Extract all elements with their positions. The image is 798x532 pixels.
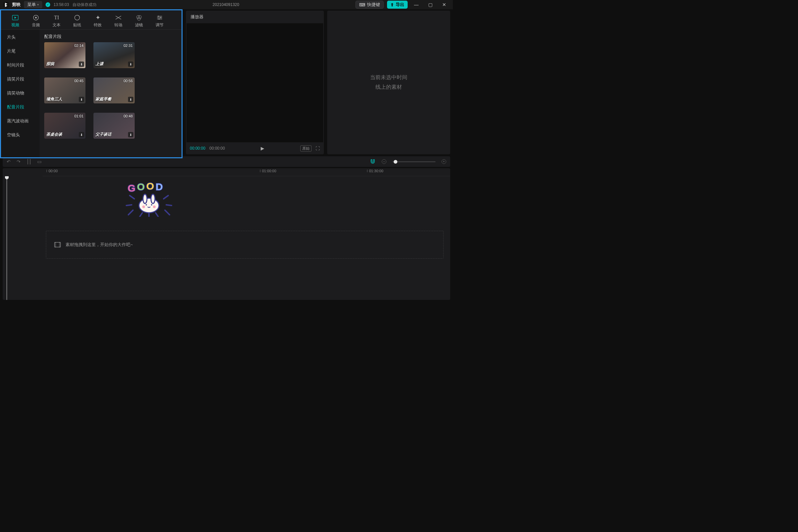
- library-category-list: 片头 片尾 时间片段 搞笑片段 搞笑动物 配音片段 蒸汽波动画 空镜头: [1, 30, 40, 157]
- dropzone-hint: 素材拖拽到这里，开始你的大作吧~: [65, 242, 133, 248]
- svg-text:G: G: [128, 183, 135, 193]
- clip-thumbnail[interactable]: 01:01 茶桌会谈 ⬇: [44, 113, 86, 139]
- svg-line-13: [165, 210, 170, 215]
- category-item[interactable]: 搞笑片段: [1, 72, 40, 86]
- film-icon: [54, 242, 61, 247]
- category-item[interactable]: 搞笑动物: [1, 86, 40, 100]
- timeline-ruler[interactable]: 00:00 01:00:00 01:30:00: [42, 168, 450, 176]
- svg-text:D: D: [156, 181, 163, 192]
- player-viewport[interactable]: [187, 23, 323, 142]
- autosave-check-icon: ✓: [45, 2, 50, 7]
- download-icon[interactable]: ⬇: [128, 132, 133, 137]
- library-clip-grid: 配音片段 02:14 探病 ⬇ 02:31 上课 ⬇ 00:45 墙角三人: [40, 30, 182, 157]
- svg-point-20: [143, 194, 147, 204]
- filter-icon: [129, 14, 149, 22]
- clip-thumbnail[interactable]: 00:56 家庭早餐 ⬇: [93, 77, 135, 103]
- playhead[interactable]: [7, 176, 7, 300]
- clip-duration: 02:14: [74, 43, 83, 48]
- download-icon[interactable]: ⬇: [128, 61, 133, 67]
- zoom-thumb[interactable]: [394, 160, 397, 164]
- undo-button[interactable]: ↶: [7, 159, 11, 164]
- time-total: 00:00:00: [209, 146, 225, 151]
- titlebar: 剪映 菜单 ▾ ✓ 13:58:03 自动保存成功 202104091320 ⌨…: [0, 0, 453, 9]
- category-item-active[interactable]: 配音片段: [1, 100, 40, 114]
- tab-sticker[interactable]: 贴纸: [67, 12, 88, 29]
- split-button[interactable]: ⎮⎮: [26, 159, 31, 164]
- text-icon: TI: [46, 14, 67, 22]
- svg-point-22: [146, 204, 147, 206]
- chevron-down-icon: ▾: [37, 3, 39, 6]
- export-button[interactable]: ⬆ 导出: [387, 1, 407, 8]
- timeline-tracks[interactable]: G O O D 素材拖拽到这里，开始你的大作吧~: [3, 176, 450, 300]
- app-logo-icon: [3, 2, 8, 7]
- download-icon[interactable]: ⬇: [79, 61, 84, 67]
- project-name: 202104091320: [100, 2, 352, 7]
- good-sticker-overlay: G O O D: [126, 180, 172, 217]
- svg-point-21: [151, 194, 155, 204]
- redo-button[interactable]: ↷: [17, 159, 21, 164]
- download-icon[interactable]: ⬇: [79, 97, 84, 102]
- clip-thumbnail[interactable]: 02:31 上课 ⬇: [93, 42, 135, 68]
- clip-thumbnail[interactable]: 02:14 探病 ⬇: [44, 42, 86, 68]
- adjust-icon: [149, 14, 170, 22]
- tab-adjust[interactable]: 调节: [149, 12, 170, 29]
- clip-caption: 探病: [46, 61, 54, 67]
- tab-effect[interactable]: ✦ 特效: [88, 12, 108, 29]
- sticker-icon: [67, 14, 88, 22]
- menu-button[interactable]: 菜单 ▾: [24, 1, 42, 8]
- svg-point-7: [158, 16, 159, 17]
- timeline-dropzone[interactable]: 素材拖拽到这里，开始你的大作吧~: [46, 231, 443, 259]
- svg-line-14: [166, 205, 172, 206]
- minimize-button[interactable]: —: [411, 2, 422, 7]
- zoom-slider[interactable]: [392, 161, 436, 162]
- zoom-out-button[interactable]: –: [382, 159, 386, 164]
- maximize-button[interactable]: ▢: [425, 2, 436, 7]
- menu-label: 菜单: [27, 2, 36, 8]
- svg-line-18: [156, 213, 158, 217]
- svg-point-24: [142, 206, 145, 208]
- svg-text:O: O: [146, 180, 154, 191]
- clip-duration: 01:01: [74, 114, 83, 118]
- category-item[interactable]: 蒸汽波动画: [1, 114, 40, 128]
- svg-point-23: [151, 204, 152, 206]
- magnet-toggle-icon[interactable]: [370, 159, 376, 164]
- clip-thumbnail[interactable]: 00:45 墙角三人 ⬇: [44, 77, 86, 103]
- zoom-in-button[interactable]: +: [441, 159, 446, 164]
- ruler-mark: 00:00: [49, 169, 58, 173]
- close-button[interactable]: ✕: [439, 2, 450, 7]
- clip-thumbnail[interactable]: 00:48 父子谈话 ⬇: [93, 113, 135, 139]
- library-tabs: 视频 音频 TI 文本 贴纸 ✦ 特效 转场: [1, 10, 182, 29]
- tab-filter[interactable]: 滤镜: [129, 12, 149, 29]
- effect-icon: ✦: [88, 14, 108, 22]
- svg-point-9: [158, 19, 159, 20]
- inspector-empty-text: 当前未选中时间 线上的素材: [370, 73, 407, 92]
- svg-point-25: [153, 206, 156, 208]
- clip-caption: 家庭早餐: [95, 96, 111, 102]
- download-icon[interactable]: ⬇: [79, 132, 84, 137]
- category-item[interactable]: 时间片段: [1, 58, 40, 72]
- download-icon[interactable]: ⬇: [128, 97, 133, 102]
- inspector-panel: 当前未选中时间 线上的素材: [327, 11, 450, 154]
- svg-text:O: O: [137, 181, 145, 192]
- delete-button[interactable]: ▭: [37, 159, 41, 164]
- section-title: 配音片段: [44, 34, 177, 40]
- svg-line-10: [128, 210, 133, 215]
- category-item[interactable]: 片头: [1, 30, 40, 44]
- category-item[interactable]: 空镜头: [1, 128, 40, 142]
- tab-text[interactable]: TI 文本: [46, 12, 67, 29]
- original-ratio-button[interactable]: 原始: [300, 145, 311, 152]
- clip-caption: 父子谈话: [95, 132, 111, 137]
- clip-duration: 00:45: [74, 79, 83, 83]
- export-icon: ⬆: [391, 2, 394, 7]
- clip-caption: 上课: [95, 61, 103, 67]
- svg-rect-30: [55, 242, 60, 247]
- tab-audio[interactable]: 音频: [25, 12, 46, 29]
- fullscreen-icon[interactable]: ⛶: [316, 146, 320, 151]
- tab-video[interactable]: 视频: [5, 12, 25, 29]
- play-button[interactable]: ▶: [261, 146, 264, 151]
- category-item[interactable]: 片尾: [1, 44, 40, 58]
- app-name: 剪映: [12, 2, 21, 8]
- shortcut-button[interactable]: ⌨ 快捷键: [356, 1, 384, 8]
- clip-duration: 00:56: [124, 79, 133, 83]
- tab-transition[interactable]: 转场: [108, 12, 129, 29]
